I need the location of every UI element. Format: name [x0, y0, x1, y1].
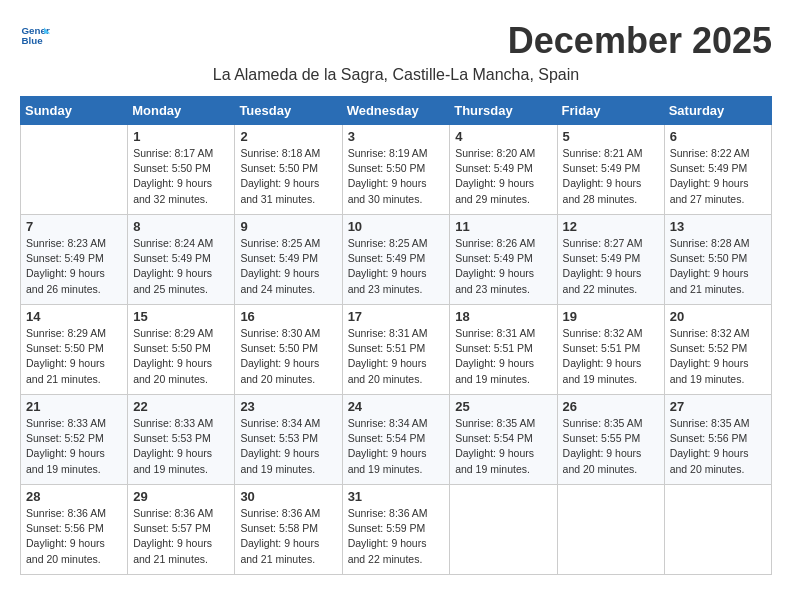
day-cell: 10Sunrise: 8:25 AM Sunset: 5:49 PM Dayli…	[342, 215, 450, 305]
day-cell: 13Sunrise: 8:28 AM Sunset: 5:50 PM Dayli…	[664, 215, 771, 305]
logo: General Blue	[20, 20, 54, 50]
day-number: 21	[26, 399, 122, 414]
month-title: December 2025	[508, 20, 772, 62]
day-cell: 29Sunrise: 8:36 AM Sunset: 5:57 PM Dayli…	[128, 485, 235, 575]
day-info: Sunrise: 8:29 AM Sunset: 5:50 PM Dayligh…	[26, 326, 122, 387]
day-number: 30	[240, 489, 336, 504]
page-container: General Blue December 2025 La Alameda de…	[20, 20, 772, 575]
day-info: Sunrise: 8:33 AM Sunset: 5:53 PM Dayligh…	[133, 416, 229, 477]
day-cell: 3Sunrise: 8:19 AM Sunset: 5:50 PM Daylig…	[342, 125, 450, 215]
day-info: Sunrise: 8:27 AM Sunset: 5:49 PM Dayligh…	[563, 236, 659, 297]
month-title-section: December 2025	[508, 20, 772, 62]
weekday-header-sunday: Sunday	[21, 97, 128, 125]
day-cell: 12Sunrise: 8:27 AM Sunset: 5:49 PM Dayli…	[557, 215, 664, 305]
day-info: Sunrise: 8:28 AM Sunset: 5:50 PM Dayligh…	[670, 236, 766, 297]
day-info: Sunrise: 8:29 AM Sunset: 5:50 PM Dayligh…	[133, 326, 229, 387]
week-row-3: 14Sunrise: 8:29 AM Sunset: 5:50 PM Dayli…	[21, 305, 772, 395]
day-info: Sunrise: 8:20 AM Sunset: 5:49 PM Dayligh…	[455, 146, 551, 207]
day-info: Sunrise: 8:35 AM Sunset: 5:55 PM Dayligh…	[563, 416, 659, 477]
day-cell: 1Sunrise: 8:17 AM Sunset: 5:50 PM Daylig…	[128, 125, 235, 215]
day-cell: 11Sunrise: 8:26 AM Sunset: 5:49 PM Dayli…	[450, 215, 557, 305]
day-number: 1	[133, 129, 229, 144]
day-cell	[557, 485, 664, 575]
day-number: 12	[563, 219, 659, 234]
week-row-1: 1Sunrise: 8:17 AM Sunset: 5:50 PM Daylig…	[21, 125, 772, 215]
day-cell: 30Sunrise: 8:36 AM Sunset: 5:58 PM Dayli…	[235, 485, 342, 575]
weekday-header-thursday: Thursday	[450, 97, 557, 125]
day-number: 4	[455, 129, 551, 144]
day-cell: 16Sunrise: 8:30 AM Sunset: 5:50 PM Dayli…	[235, 305, 342, 395]
day-info: Sunrise: 8:30 AM Sunset: 5:50 PM Dayligh…	[240, 326, 336, 387]
day-info: Sunrise: 8:18 AM Sunset: 5:50 PM Dayligh…	[240, 146, 336, 207]
day-info: Sunrise: 8:34 AM Sunset: 5:53 PM Dayligh…	[240, 416, 336, 477]
day-number: 15	[133, 309, 229, 324]
day-info: Sunrise: 8:26 AM Sunset: 5:49 PM Dayligh…	[455, 236, 551, 297]
day-info: Sunrise: 8:36 AM Sunset: 5:56 PM Dayligh…	[26, 506, 122, 567]
weekday-header-saturday: Saturday	[664, 97, 771, 125]
day-cell: 15Sunrise: 8:29 AM Sunset: 5:50 PM Dayli…	[128, 305, 235, 395]
day-number: 25	[455, 399, 551, 414]
day-cell	[450, 485, 557, 575]
day-info: Sunrise: 8:21 AM Sunset: 5:49 PM Dayligh…	[563, 146, 659, 207]
day-info: Sunrise: 8:32 AM Sunset: 5:52 PM Dayligh…	[670, 326, 766, 387]
day-number: 8	[133, 219, 229, 234]
day-number: 10	[348, 219, 445, 234]
day-number: 29	[133, 489, 229, 504]
day-cell: 6Sunrise: 8:22 AM Sunset: 5:49 PM Daylig…	[664, 125, 771, 215]
day-info: Sunrise: 8:32 AM Sunset: 5:51 PM Dayligh…	[563, 326, 659, 387]
day-info: Sunrise: 8:36 AM Sunset: 5:58 PM Dayligh…	[240, 506, 336, 567]
day-number: 19	[563, 309, 659, 324]
day-cell: 27Sunrise: 8:35 AM Sunset: 5:56 PM Dayli…	[664, 395, 771, 485]
day-cell: 9Sunrise: 8:25 AM Sunset: 5:49 PM Daylig…	[235, 215, 342, 305]
day-number: 2	[240, 129, 336, 144]
day-number: 11	[455, 219, 551, 234]
day-number: 20	[670, 309, 766, 324]
weekday-header-row: SundayMondayTuesdayWednesdayThursdayFrid…	[21, 97, 772, 125]
day-number: 6	[670, 129, 766, 144]
day-cell	[664, 485, 771, 575]
day-cell: 23Sunrise: 8:34 AM Sunset: 5:53 PM Dayli…	[235, 395, 342, 485]
day-cell: 24Sunrise: 8:34 AM Sunset: 5:54 PM Dayli…	[342, 395, 450, 485]
day-info: Sunrise: 8:23 AM Sunset: 5:49 PM Dayligh…	[26, 236, 122, 297]
day-info: Sunrise: 8:25 AM Sunset: 5:49 PM Dayligh…	[348, 236, 445, 297]
day-info: Sunrise: 8:34 AM Sunset: 5:54 PM Dayligh…	[348, 416, 445, 477]
day-number: 5	[563, 129, 659, 144]
day-cell: 17Sunrise: 8:31 AM Sunset: 5:51 PM Dayli…	[342, 305, 450, 395]
day-info: Sunrise: 8:36 AM Sunset: 5:59 PM Dayligh…	[348, 506, 445, 567]
day-info: Sunrise: 8:35 AM Sunset: 5:54 PM Dayligh…	[455, 416, 551, 477]
day-cell: 26Sunrise: 8:35 AM Sunset: 5:55 PM Dayli…	[557, 395, 664, 485]
calendar-table: SundayMondayTuesdayWednesdayThursdayFrid…	[20, 96, 772, 575]
day-number: 16	[240, 309, 336, 324]
day-cell: 25Sunrise: 8:35 AM Sunset: 5:54 PM Dayli…	[450, 395, 557, 485]
day-cell: 2Sunrise: 8:18 AM Sunset: 5:50 PM Daylig…	[235, 125, 342, 215]
day-info: Sunrise: 8:22 AM Sunset: 5:49 PM Dayligh…	[670, 146, 766, 207]
week-row-5: 28Sunrise: 8:36 AM Sunset: 5:56 PM Dayli…	[21, 485, 772, 575]
day-cell: 18Sunrise: 8:31 AM Sunset: 5:51 PM Dayli…	[450, 305, 557, 395]
day-info: Sunrise: 8:17 AM Sunset: 5:50 PM Dayligh…	[133, 146, 229, 207]
day-cell: 5Sunrise: 8:21 AM Sunset: 5:49 PM Daylig…	[557, 125, 664, 215]
day-cell: 4Sunrise: 8:20 AM Sunset: 5:49 PM Daylig…	[450, 125, 557, 215]
location-title: La Alameda de la Sagra, Castille-La Manc…	[20, 66, 772, 84]
day-number: 26	[563, 399, 659, 414]
svg-text:Blue: Blue	[22, 35, 44, 46]
week-row-4: 21Sunrise: 8:33 AM Sunset: 5:52 PM Dayli…	[21, 395, 772, 485]
day-number: 22	[133, 399, 229, 414]
weekday-header-wednesday: Wednesday	[342, 97, 450, 125]
day-cell: 21Sunrise: 8:33 AM Sunset: 5:52 PM Dayli…	[21, 395, 128, 485]
day-number: 3	[348, 129, 445, 144]
weekday-header-monday: Monday	[128, 97, 235, 125]
day-number: 9	[240, 219, 336, 234]
day-number: 17	[348, 309, 445, 324]
day-number: 18	[455, 309, 551, 324]
day-cell: 14Sunrise: 8:29 AM Sunset: 5:50 PM Dayli…	[21, 305, 128, 395]
day-info: Sunrise: 8:19 AM Sunset: 5:50 PM Dayligh…	[348, 146, 445, 207]
day-cell: 22Sunrise: 8:33 AM Sunset: 5:53 PM Dayli…	[128, 395, 235, 485]
day-number: 27	[670, 399, 766, 414]
day-number: 31	[348, 489, 445, 504]
day-number: 23	[240, 399, 336, 414]
day-info: Sunrise: 8:31 AM Sunset: 5:51 PM Dayligh…	[455, 326, 551, 387]
weekday-header-tuesday: Tuesday	[235, 97, 342, 125]
day-info: Sunrise: 8:31 AM Sunset: 5:51 PM Dayligh…	[348, 326, 445, 387]
day-number: 14	[26, 309, 122, 324]
day-cell: 8Sunrise: 8:24 AM Sunset: 5:49 PM Daylig…	[128, 215, 235, 305]
